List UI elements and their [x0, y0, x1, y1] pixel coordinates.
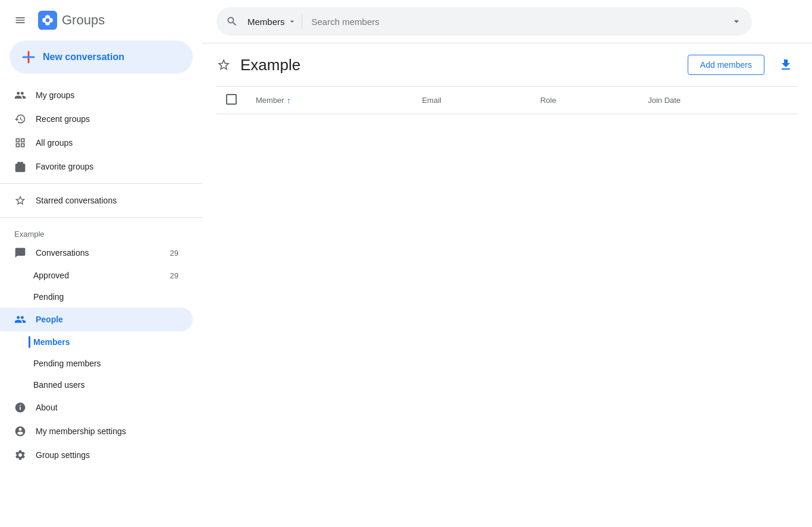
- join-date-column-header: Join Date: [638, 87, 798, 114]
- divider-1: [0, 183, 202, 184]
- approved-badge: 29: [170, 271, 178, 280]
- star-group-button[interactable]: [217, 58, 231, 72]
- table-header: Member ↑ Email Role Join Date: [217, 87, 798, 114]
- starred-conversations-icon: [14, 195, 26, 206]
- add-members-button[interactable]: Add members: [688, 55, 764, 75]
- download-icon: [779, 58, 793, 72]
- sidebar-item-pending[interactable]: Pending: [0, 286, 193, 308]
- membership-icon: [14, 425, 26, 437]
- conversations-icon: [14, 247, 26, 259]
- search-container: Members: [217, 7, 752, 36]
- search-input[interactable]: [312, 17, 726, 27]
- starred-conversations-label: Starred conversations: [36, 196, 117, 205]
- about-label: About: [36, 403, 58, 412]
- sidebar-item-starred-conversations[interactable]: Starred conversations: [0, 189, 193, 212]
- my-groups-icon: [14, 89, 26, 101]
- sort-ascending-icon[interactable]: ↑: [287, 96, 291, 105]
- email-column-header: Email: [412, 87, 531, 114]
- main-content: Members Example Add members: [202, 0, 812, 527]
- sidebar-item-group-settings[interactable]: Group settings: [0, 443, 193, 467]
- new-conversation-button[interactable]: New conversation: [10, 40, 193, 74]
- example-section-label: Example: [0, 222, 202, 241]
- sidebar-item-my-groups[interactable]: My groups: [0, 83, 193, 107]
- sidebar-item-recent-groups[interactable]: Recent groups: [0, 107, 193, 131]
- people-label: People: [36, 315, 63, 324]
- new-conversation-label: New conversation: [43, 52, 124, 62]
- app-logo-icon: [38, 11, 57, 30]
- sidebar-header: Groups: [0, 5, 202, 40]
- pending-members-label: Pending members: [33, 359, 101, 368]
- select-all-checkbox[interactable]: [226, 94, 237, 105]
- my-groups-label: My groups: [36, 90, 74, 100]
- svg-point-5: [46, 18, 49, 22]
- app-title: Groups: [62, 12, 105, 28]
- recent-groups-label: Recent groups: [36, 114, 90, 124]
- search-dropdown-icon: [731, 15, 742, 27]
- membership-label: My membership settings: [36, 426, 126, 436]
- members-label: Members: [33, 337, 70, 347]
- pending-label: Pending: [33, 292, 64, 302]
- members-table: Member ↑ Email Role Join Date: [217, 86, 798, 114]
- approved-label: Approved: [33, 271, 69, 280]
- sidebar-item-about[interactable]: About: [0, 396, 193, 419]
- favorite-groups-icon: [14, 161, 26, 172]
- people-icon: [14, 313, 26, 325]
- group-settings-label: Group settings: [36, 450, 90, 460]
- filter-label: Members: [247, 17, 285, 27]
- search-bar: Members: [202, 0, 812, 43]
- search-options-dropdown[interactable]: [731, 15, 742, 27]
- logo-area: Groups: [38, 11, 105, 30]
- sidebar-item-pending-members[interactable]: Pending members: [0, 353, 193, 374]
- sidebar-item-membership-settings[interactable]: My membership settings: [0, 419, 193, 443]
- conversations-label: Conversations: [36, 248, 89, 258]
- all-groups-icon: [14, 137, 26, 149]
- sidebar-item-people[interactable]: People: [0, 308, 193, 331]
- download-button[interactable]: [774, 53, 798, 77]
- sidebar: Groups New conversation My groups Recen: [0, 0, 202, 527]
- hamburger-menu-button[interactable]: [10, 10, 31, 31]
- search-filter-dropdown[interactable]: Members: [243, 14, 302, 29]
- member-column-header: Member ↑: [246, 87, 412, 114]
- members-area: Example Add members Member ↑: [202, 43, 812, 527]
- sidebar-item-approved[interactable]: Approved 29: [0, 265, 193, 286]
- divider-2: [0, 217, 202, 218]
- favorite-groups-label: Favorite groups: [36, 162, 93, 171]
- sidebar-item-members[interactable]: Members: [0, 331, 193, 353]
- banned-users-label: Banned users: [33, 380, 84, 390]
- search-icon: [226, 15, 238, 27]
- recent-groups-icon: [14, 113, 26, 125]
- sidebar-item-conversations[interactable]: Conversations 29: [0, 241, 193, 265]
- member-header-label: Member: [256, 96, 284, 105]
- gear-icon: [14, 449, 26, 461]
- about-icon: [14, 401, 26, 413]
- conversations-badge: 29: [170, 249, 178, 258]
- role-column-header: Role: [531, 87, 638, 114]
- members-header: Example Add members: [217, 53, 798, 77]
- select-all-th: [217, 87, 246, 114]
- group-title: Example: [240, 56, 300, 74]
- plus-icon: [21, 50, 36, 64]
- sidebar-item-banned-users[interactable]: Banned users: [0, 374, 193, 396]
- star-outline-icon: [217, 58, 231, 72]
- sidebar-item-favorite-groups[interactable]: Favorite groups: [0, 155, 193, 178]
- sidebar-item-all-groups[interactable]: All groups: [0, 131, 193, 155]
- all-groups-label: All groups: [36, 138, 73, 148]
- chevron-down-icon: [287, 17, 297, 26]
